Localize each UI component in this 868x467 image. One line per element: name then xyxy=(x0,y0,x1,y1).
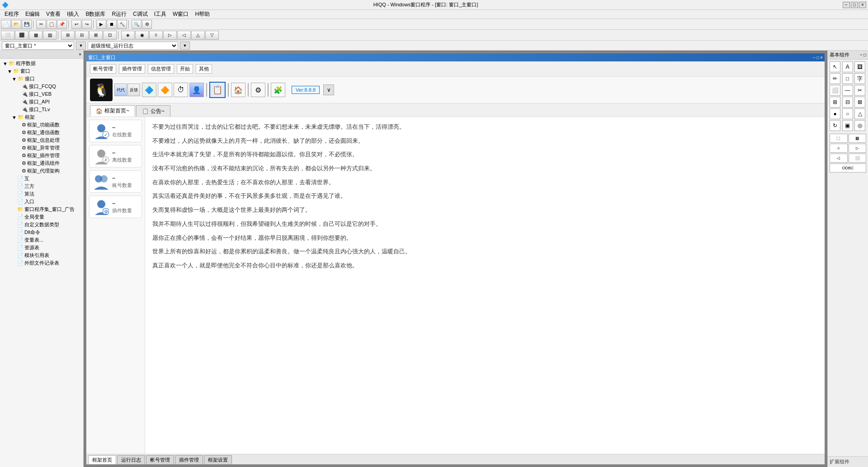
tree-item-tlv[interactable]: 🔌 接口_TLv xyxy=(1,106,82,113)
menu-run[interactable]: R运行 xyxy=(109,9,129,19)
selector-arrow[interactable]: ▼ xyxy=(76,42,86,50)
tree-item-dll[interactable]: 📄 Dll命令 xyxy=(1,229,82,236)
comp-wide-7[interactable]: ODBC xyxy=(830,163,866,173)
menu-tools[interactable]: I工具 xyxy=(151,9,169,19)
comp-dot[interactable]: ● xyxy=(830,108,840,119)
tb-run[interactable]: ▶ xyxy=(96,20,106,29)
tb2-10[interactable]: ◉ xyxy=(135,31,149,40)
fw-icon-btn-4[interactable]: 👤 xyxy=(189,83,204,97)
expand-btn[interactable]: ∨ xyxy=(323,84,334,95)
tb-open[interactable]: 📂 xyxy=(11,20,21,29)
inner-tab-accounts[interactable]: 帐号管理 xyxy=(146,455,174,464)
inner-tab-plugins[interactable]: 插件管理 xyxy=(175,455,203,464)
tb-redo[interactable]: ↪ xyxy=(82,20,92,29)
comp-dial[interactable]: ◎ xyxy=(854,120,865,131)
inner-tab-settings[interactable]: 框架设置 xyxy=(204,455,232,464)
tb-search[interactable]: 🔍 xyxy=(132,20,142,29)
tb-save[interactable]: 💾 xyxy=(22,20,32,29)
fw-icon-btn-6[interactable]: 🏠 xyxy=(231,83,245,97)
comp-wide-2[interactable]: ▦ xyxy=(849,134,867,143)
tb2-9[interactable]: ◈ xyxy=(121,31,135,40)
close-btn[interactable]: × xyxy=(859,2,866,8)
comp-grid[interactable]: ⊞ xyxy=(830,97,840,107)
fw-icon-btn-7[interactable]: ⚙ xyxy=(251,83,265,97)
tb2-11[interactable]: ◊ xyxy=(149,31,163,40)
comp-char[interactable]: 字 xyxy=(854,73,865,84)
comp-tri[interactable]: △ xyxy=(854,108,865,119)
fw-menu-other[interactable]: 其他 xyxy=(196,64,212,74)
menu-program[interactable]: E程序 xyxy=(2,9,22,19)
tree-item-exception[interactable]: ⚙ 框架_异常管理 xyxy=(1,144,82,152)
tree-item-res-table[interactable]: 📄 资源表 xyxy=(1,244,82,252)
tree-item-interact[interactable]: 📄 互 xyxy=(1,175,82,182)
tb2-12[interactable]: ▷ xyxy=(163,31,177,40)
tree-item-veb[interactable]: 🔌 接口_VEB xyxy=(1,90,82,98)
tree-item-framework[interactable]: ▼ 📁 框架 xyxy=(1,113,82,121)
tb-settings[interactable]: ⚙ xyxy=(142,20,152,29)
menu-help[interactable]: H帮助 xyxy=(192,9,212,19)
comp-image[interactable]: 🖼 xyxy=(854,61,865,72)
window-selector[interactable]: 窗口_主窗口 * xyxy=(2,42,74,50)
tb-undo[interactable]: ↩ xyxy=(71,20,81,29)
tb-paste[interactable]: 📌 xyxy=(57,20,67,29)
component-selector[interactable]: 超级按钮_运行日志 xyxy=(88,42,178,50)
rp-max[interactable]: □ xyxy=(863,52,866,57)
tb2-7[interactable]: ⊠ xyxy=(89,31,103,40)
tab-home[interactable]: 🏠 框架首页~ xyxy=(90,105,135,117)
inner-tab-log[interactable]: 运行日志 xyxy=(117,455,145,464)
tree-item-proxy[interactable]: ⚙ 框架_代理架构 xyxy=(1,167,82,175)
comp-cursor[interactable]: ↖ xyxy=(830,61,840,72)
tree-item-var-table[interactable]: 📄 变量表... xyxy=(1,236,82,244)
tb-stop[interactable]: ⏹ xyxy=(107,20,117,29)
tree-item-winset[interactable]: 📁 窗口程序集_窗口_广告 xyxy=(1,205,82,213)
tb2-3[interactable]: ▦ xyxy=(29,31,42,40)
comp-text-a[interactable]: A xyxy=(842,61,853,72)
comp-x[interactable]: ⊠ xyxy=(854,97,865,107)
fw-menu-plugins[interactable]: 插件管理 xyxy=(119,64,145,74)
comp-spin[interactable]: ↻ xyxy=(830,120,840,131)
maximize-btn[interactable]: □ xyxy=(851,2,858,8)
comp-cut[interactable]: ✂ xyxy=(854,85,865,96)
inner-tab-home[interactable]: 框架首页 xyxy=(88,455,116,464)
comp-circle[interactable]: ○ xyxy=(842,108,853,119)
comp-wide-4[interactable]: ▷ xyxy=(849,144,867,153)
tb2-15[interactable]: ▽ xyxy=(205,31,219,40)
tab-announcement[interactable]: 📋 公告~ xyxy=(136,105,170,117)
menu-window[interactable]: W窗口 xyxy=(170,9,191,19)
tb-new[interactable]: 📄 xyxy=(1,20,11,29)
tree-item-program-data[interactable]: ▼ 📁 程序数据 xyxy=(1,60,82,67)
tree-item-api[interactable]: 🔌 接口_API xyxy=(1,98,82,106)
tree-item-telecom[interactable]: ⚙ 框架_通讯组件 xyxy=(1,159,82,167)
comp-line[interactable]: — xyxy=(842,85,853,96)
fw-menu-accounts[interactable]: 帐号管理 xyxy=(90,64,116,74)
tree-item-custom-types[interactable]: 📄 自定义数据类型 xyxy=(1,221,82,229)
tb-copy[interactable]: 📋 xyxy=(47,20,57,29)
menu-db[interactable]: B数据库 xyxy=(83,9,108,19)
menu-insert[interactable]: I插入 xyxy=(64,9,82,19)
comp-edit[interactable]: ✏ xyxy=(830,73,840,84)
fw-icon-btn-2[interactable]: 🔶 xyxy=(158,83,172,97)
comp-wide-5[interactable]: ◁ xyxy=(830,154,848,163)
fw-feedback-btn[interactable]: 反馈 xyxy=(127,84,140,96)
tree-item-algo[interactable]: 📄 算法 xyxy=(1,190,82,198)
comp-rect[interactable]: ⬜ xyxy=(830,85,840,96)
rp-min[interactable]: − xyxy=(860,52,863,57)
fw-menu-info[interactable]: 信息管理 xyxy=(148,64,174,74)
tb2-13[interactable]: ◁ xyxy=(177,31,191,40)
comp-wide-6[interactable]: ⬜ xyxy=(849,154,867,163)
tree-item-third[interactable]: 📄 三方 xyxy=(1,182,82,190)
tree-item-module-ref[interactable]: 📄 模块引用表 xyxy=(1,252,82,259)
tb2-2[interactable]: ⬛ xyxy=(15,31,28,40)
inner-close-btn[interactable]: × xyxy=(820,55,823,60)
fw-icon-btn-1[interactable]: 🔷 xyxy=(142,83,156,97)
comp-minus[interactable]: ⊟ xyxy=(842,97,853,107)
tb2-14[interactable]: △ xyxy=(191,31,205,40)
comp-wide-1[interactable]: ⬚ xyxy=(830,134,848,143)
fw-icon-btn-8[interactable]: 🧩 xyxy=(271,83,285,97)
tb2-8[interactable]: ⊡ xyxy=(103,31,117,40)
fw-icon-btn-5[interactable]: 📋 xyxy=(209,82,226,98)
tree-item-fn[interactable]: ⚙ 框架_功能函数 xyxy=(1,121,82,129)
tree-item-comm[interactable]: ⚙ 框架_通信函数 xyxy=(1,129,82,136)
menu-view[interactable]: V查看 xyxy=(43,9,63,19)
inner-minimize-btn[interactable]: − xyxy=(813,55,816,60)
